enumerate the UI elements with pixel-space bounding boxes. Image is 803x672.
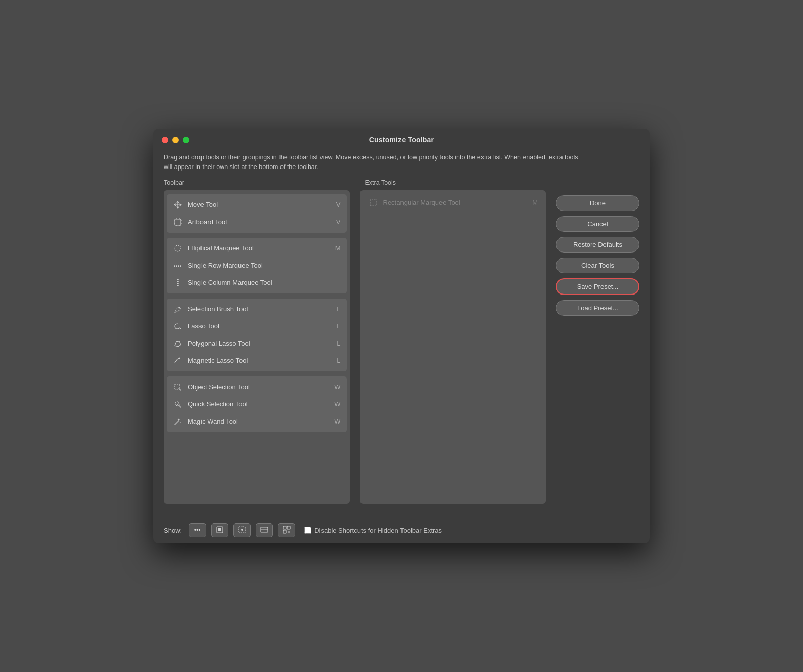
bottom-bar: Show: ••• <box>153 517 650 543</box>
tool-item-single-row[interactable]: Single Row Marquee Tool <box>168 257 346 274</box>
single-col-marquee-icon <box>173 278 183 288</box>
tool-item-object-selection[interactable]: Object Selection Tool W <box>168 379 346 396</box>
magic-wand-name: Magic Wand Tool <box>188 417 330 425</box>
lasso-shortcut: L <box>337 322 340 330</box>
maximize-button[interactable] <box>183 137 189 143</box>
disable-shortcuts-checkbox[interactable] <box>304 527 311 534</box>
magnetic-lasso-icon <box>173 356 183 366</box>
show-dots-button[interactable]: ••• <box>189 523 206 537</box>
rect-marquee-icon <box>368 198 378 208</box>
clear-tools-button[interactable]: Clear Tools <box>556 258 639 273</box>
close-button[interactable] <box>162 137 168 143</box>
tool-item-magic-wand[interactable]: Magic Wand Tool W <box>168 413 346 430</box>
tool-item-magnetic-lasso[interactable]: Magnetic Lasso Tool L <box>168 352 346 369</box>
elliptical-marquee-icon <box>173 243 183 254</box>
tool-item-move[interactable]: Move Tool V <box>168 196 346 214</box>
save-preset-button[interactable]: Save Preset... <box>556 278 639 295</box>
show-icon3-button[interactable] <box>256 523 273 537</box>
tool-item-polygonal-lasso[interactable]: Polygonal Lasso Tool L <box>168 335 346 352</box>
show-icon3 <box>260 526 268 535</box>
shortcuts-checkbox-group: Disable Shortcuts for Hidden Toolbar Ext… <box>304 527 442 534</box>
svg-point-6 <box>179 307 180 308</box>
rect-marquee-shortcut: M <box>532 199 538 206</box>
rect-marquee-tool-name: Rectangular Marquee Tool <box>383 199 533 206</box>
extra-tools-label: Extra Tools <box>365 179 546 186</box>
quick-selection-icon <box>173 399 183 409</box>
tool-item-elliptical[interactable]: Elliptical Marquee Tool M <box>168 240 346 257</box>
extra-tools-list[interactable]: Rectangular Marquee Tool M <box>360 190 546 504</box>
dialog-title: Customize Toolbar <box>369 136 434 144</box>
artboard-icon <box>173 217 183 227</box>
move-tool-shortcut: V <box>336 201 341 208</box>
elliptical-marquee-name: Elliptical Marquee Tool <box>188 244 331 252</box>
show-icon1-button[interactable] <box>211 523 228 537</box>
show-icon2-button[interactable] <box>233 523 251 537</box>
move-icon <box>173 200 183 210</box>
load-preset-button[interactable]: Load Preset... <box>556 300 639 316</box>
single-row-marquee-icon <box>173 261 183 271</box>
polygonal-lasso-shortcut: L <box>337 340 340 347</box>
move-tool-name: Move Tool <box>188 201 332 208</box>
artboard-tool-name: Artboard Tool <box>188 218 332 226</box>
title-bar: Customize Toolbar <box>153 129 650 149</box>
customize-toolbar-dialog: Customize Toolbar Drag and drop tools or… <box>153 129 650 543</box>
restore-defaults-button[interactable]: Restore Defaults <box>556 237 639 253</box>
dialog-body: Drag and drop tools or their groupings i… <box>153 149 650 511</box>
extra-item-rect-marquee[interactable]: Rectangular Marquee Tool M <box>363 194 543 212</box>
svg-point-7 <box>176 341 177 342</box>
tool-item-quick-selection[interactable]: Quick Selection Tool W <box>168 396 346 413</box>
object-selection-shortcut: W <box>334 383 340 391</box>
magic-wand-icon <box>173 416 183 427</box>
minimize-button[interactable] <box>172 137 179 143</box>
show-icon4-button[interactable] <box>278 523 295 537</box>
tool-item-artboard[interactable]: Artboard Tool V <box>168 214 346 231</box>
cancel-button[interactable]: Cancel <box>556 216 639 232</box>
tool-group-selection: Object Selection Tool W <box>167 376 347 432</box>
disable-shortcuts-label[interactable]: Disable Shortcuts for Hidden Toolbar Ext… <box>314 527 442 534</box>
svg-point-9 <box>176 360 177 361</box>
svg-point-1 <box>175 245 181 251</box>
object-selection-icon <box>173 382 183 392</box>
dots-icon: ••• <box>194 527 201 534</box>
magic-wand-shortcut: W <box>334 417 340 425</box>
svg-rect-16 <box>218 528 221 531</box>
single-row-marquee-name: Single Row Marquee Tool <box>188 262 337 269</box>
polygonal-lasso-icon <box>173 339 183 349</box>
object-selection-name: Object Selection Tool <box>188 383 330 391</box>
svg-rect-0 <box>175 219 181 225</box>
magnetic-lasso-name: Magnetic Lasso Tool <box>188 357 333 364</box>
description-text: Drag and drop tools or their groupings i… <box>164 149 584 179</box>
polygonal-lasso-name: Polygonal Lasso Tool <box>188 340 333 347</box>
side-buttons: Done Cancel Restore Defaults Clear Tools… <box>546 179 639 511</box>
tool-item-lasso[interactable]: Lasso Tool L <box>168 318 346 335</box>
elliptical-marquee-shortcut: M <box>335 244 341 252</box>
show-icon4 <box>283 526 291 535</box>
artboard-tool-shortcut: V <box>336 218 341 226</box>
svg-rect-21 <box>283 526 286 529</box>
tool-item-single-col[interactable]: Single Column Marquee Tool <box>168 274 346 291</box>
selection-brush-icon <box>173 304 183 314</box>
svg-rect-23 <box>283 530 286 533</box>
single-col-marquee-name: Single Column Marquee Tool <box>188 279 337 286</box>
selection-brush-name: Selection Brush Tool <box>188 305 333 313</box>
toolbar-label: Toolbar <box>164 179 345 186</box>
quick-selection-shortcut: W <box>334 400 340 408</box>
magnetic-lasso-shortcut: L <box>337 357 340 364</box>
toolbar-list[interactable]: Move Tool V Artboard Too <box>164 190 350 504</box>
show-label: Show: <box>164 527 182 534</box>
svg-rect-14 <box>370 200 376 206</box>
show-icon2 <box>238 526 246 535</box>
svg-rect-22 <box>287 526 290 529</box>
lasso-icon <box>173 321 183 331</box>
svg-point-18 <box>241 529 243 531</box>
tool-item-selection-brush[interactable]: Selection Brush Tool L <box>168 301 346 318</box>
tool-group-move: Move Tool V Artboard Too <box>167 194 347 233</box>
tool-group-lasso: Selection Brush Tool L Lasso Tool <box>167 299 347 371</box>
tool-group-marquee: Elliptical Marquee Tool M <box>167 238 347 293</box>
svg-point-8 <box>179 357 180 359</box>
svg-line-13 <box>175 421 179 425</box>
show-icon1 <box>216 526 224 535</box>
selection-brush-shortcut: L <box>337 305 340 313</box>
done-button[interactable]: Done <box>556 195 639 211</box>
window-controls <box>162 137 189 143</box>
